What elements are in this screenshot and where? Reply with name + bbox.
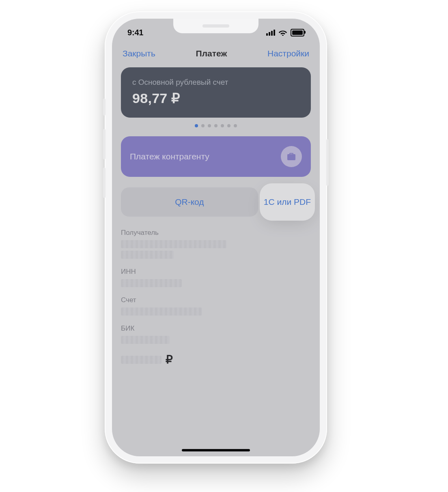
account-number-value-placeholder [121,307,202,316]
account-number-field[interactable]: Счет [121,296,311,316]
inn-value-placeholder [121,279,182,287]
nav-bar: Закрыть Платеж Настройки [112,42,320,64]
recipient-value-placeholder [121,240,226,248]
bik-field[interactable]: БИК [121,324,311,344]
phone-frame: 9:41 Закрыть Платеж Настройки [105,11,327,464]
page-title: Платеж [196,49,227,58]
power-button [326,139,329,186]
currency-symbol: ₽ [166,353,173,366]
bik-value-placeholder [121,336,170,344]
account-card[interactable]: с Основной рублевый счет 98,77 ₽ [121,67,311,118]
page-indicator[interactable] [121,124,311,127]
amount-row[interactable]: ₽ [121,353,311,366]
inn-label: ИНН [121,268,311,276]
recipient-label: Получатель [121,229,311,237]
close-button[interactable]: Закрыть [123,49,155,58]
battery-icon [291,29,304,37]
account-label: с Основной рублевый счет [132,78,299,87]
recipient-field[interactable]: Получатель [121,229,311,259]
recipient-value-placeholder-2 [121,251,174,259]
home-indicator[interactable] [182,449,250,451]
volume-down-button [103,168,106,198]
inn-field[interactable]: ИНН [121,268,311,287]
notch [173,19,258,33]
briefcase-icon [281,146,302,167]
wifi-icon [278,29,287,36]
counterparty-payment-button[interactable]: Платеж контрагенту [121,136,311,177]
qr-code-button[interactable]: QR-код [121,187,258,217]
screen: 9:41 Закрыть Платеж Настройки [112,19,320,456]
amount-value-placeholder [121,356,162,364]
volume-up-button [103,129,106,159]
account-number-label: Счет [121,296,311,304]
settings-button[interactable]: Настройки [267,49,309,58]
status-time: 9:41 [127,28,143,37]
account-balance: 98,77 ₽ [132,90,299,106]
bik-label: БИК [121,324,311,333]
cellular-signal-icon [266,30,275,36]
mute-switch [103,99,106,116]
1c-or-pdf-button[interactable]: 1С или PDF [264,187,311,217]
1c-or-pdf-label: 1С или PDF [264,197,311,207]
qr-code-label: QR-код [175,197,204,207]
counterparty-payment-label: Платеж контрагенту [130,152,209,161]
